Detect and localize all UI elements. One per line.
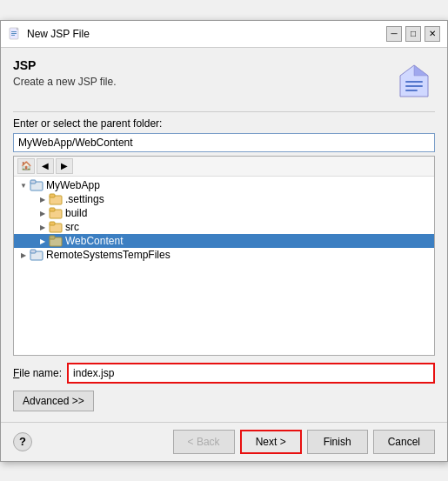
project-icon [30,179,43,191]
header-left: JSP Create a new JSP file. [13,58,117,88]
content-area: JSP Create a new JSP file. Enter or sele… [1,48,447,422]
nav-buttons: < Back Next > Finish Cancel [173,430,435,454]
tree-item-build[interactable]: build [14,206,434,220]
bottom-bar: ? < Back Next > Finish Cancel [1,422,447,461]
title-icon [8,27,22,41]
folder-icon-webcontent [49,235,63,247]
tree-label-remote: RemoteSystemsTempFiles [46,249,171,261]
folder-input[interactable] [13,133,435,152]
tree-toolbar: 🏠 ◀ ▶ [14,157,434,177]
toggle-remote [17,250,30,259]
header-section: JSP Create a new JSP file. [13,58,435,103]
tree-label-build: build [65,207,87,219]
tree-label-settings: .settings [65,193,104,205]
close-button[interactable]: ✕ [425,26,440,42]
svg-rect-2 [11,31,17,32]
file-name-input[interactable] [67,363,435,384]
finish-button[interactable]: Finish [307,430,368,454]
cancel-button[interactable]: Cancel [373,430,435,454]
header-icon [393,58,435,103]
back-button[interactable]: < Back [173,430,235,454]
tree-item-src[interactable]: src [14,220,434,234]
svg-rect-11 [30,180,36,184]
svg-rect-7 [405,81,423,83]
advanced-button[interactable]: Advanced >> [13,391,94,411]
tree-container: 🏠 ◀ ▶ MyWebApp [13,156,435,356]
svg-rect-17 [50,222,55,225]
folder-icon-src [49,221,63,233]
tree-item-webcontent[interactable]: WebContent [14,234,434,248]
svg-rect-9 [405,90,418,91]
wizard-subtitle: Create a new JSP file. [13,76,117,88]
svg-rect-13 [50,194,55,197]
maximize-button[interactable]: □ [405,26,421,42]
header-separator [13,111,435,112]
toggle-src [37,222,49,231]
title-bar: New JSP File ─ □ ✕ [1,21,447,48]
tree-items: MyWebApp .settings [14,177,434,264]
svg-rect-15 [50,208,55,211]
dialog-window: New JSP File ─ □ ✕ JSP Create a new JSP … [0,20,448,462]
svg-rect-19 [50,236,55,239]
tree-item-remote[interactable]: RemoteSystemsTempFiles [14,248,434,262]
title-bar-left: New JSP File [8,27,90,41]
tree-back-button[interactable]: ◀ [37,158,54,174]
file-name-row: File name: [13,363,435,384]
tree-label-src: src [65,221,79,233]
svg-marker-6 [414,65,428,76]
title-controls: ─ □ ✕ [386,26,440,42]
title-text: New JSP File [27,28,90,40]
tree-home-button[interactable]: 🏠 [17,158,35,174]
wizard-title: JSP [13,58,117,72]
tree-item-settings[interactable]: .settings [14,192,434,206]
folder-label: Enter or select the parent folder: [13,117,435,130]
tree-item-mywebapp[interactable]: MyWebApp [14,178,434,192]
svg-rect-8 [405,85,423,87]
file-name-label: File name: [13,367,62,379]
folder-icon-build [49,207,63,219]
help-button[interactable]: ? [13,432,32,451]
project-icon-remote [30,249,43,261]
minimize-button[interactable]: ─ [386,26,402,42]
folder-icon-settings [49,193,63,205]
svg-rect-4 [11,35,15,36]
next-button[interactable]: Next > [240,430,302,454]
toggle-webcontent [37,236,49,245]
svg-rect-21 [30,250,36,253]
tree-label-webcontent: WebContent [65,235,124,247]
tree-label-mywebapp: MyWebApp [46,179,100,191]
toggle-settings [37,194,49,204]
toggle-mywebapp [17,180,30,190]
tree-forward-button[interactable]: ▶ [56,158,73,174]
toggle-build [37,208,49,217]
svg-rect-3 [11,33,17,34]
